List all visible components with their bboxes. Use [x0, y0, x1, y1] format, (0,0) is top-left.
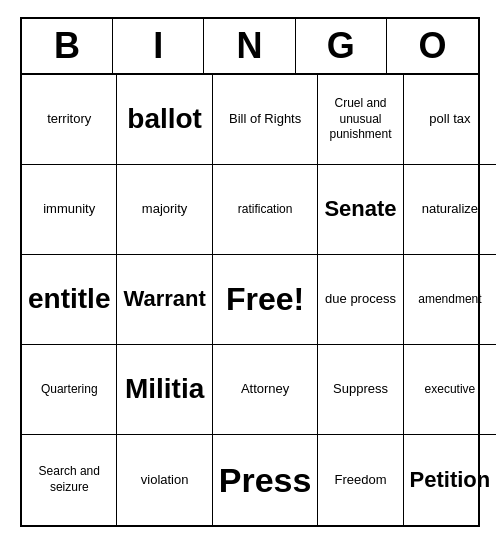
cell-r0-c1: ballot — [117, 75, 212, 165]
cell-r0-c4: poll tax — [404, 75, 497, 165]
cell-r3-c3: Suppress — [318, 345, 403, 435]
cell-r0-c2: Bill of Rights — [213, 75, 319, 165]
bingo-header: B I N G O — [22, 19, 478, 75]
header-b: B — [22, 19, 113, 73]
cell-r1-c4: naturalize — [404, 165, 497, 255]
cell-r1-c1: majority — [117, 165, 212, 255]
cell-r4-c2: Press — [213, 435, 319, 525]
header-g: G — [296, 19, 387, 73]
cell-r2-c0: entitle — [22, 255, 117, 345]
cell-r3-c0: Quartering — [22, 345, 117, 435]
header-i: I — [113, 19, 204, 73]
cell-r1-c3: Senate — [318, 165, 403, 255]
cell-r4-c1: violation — [117, 435, 212, 525]
cell-r3-c4: executive — [404, 345, 497, 435]
cell-r4-c3: Freedom — [318, 435, 403, 525]
cell-r0-c3: Cruel and unusual punishment — [318, 75, 403, 165]
header-o: O — [387, 19, 478, 73]
cell-r2-c4: amendment — [404, 255, 497, 345]
cell-r0-c0: territory — [22, 75, 117, 165]
cell-r4-c4: Petition — [404, 435, 497, 525]
header-n: N — [204, 19, 295, 73]
bingo-grid: territoryballotBill of RightsCruel and u… — [22, 75, 478, 525]
bingo-card: B I N G O territoryballotBill of RightsC… — [20, 17, 480, 527]
cell-r3-c2: Attorney — [213, 345, 319, 435]
cell-r1-c0: immunity — [22, 165, 117, 255]
cell-r2-c3: due process — [318, 255, 403, 345]
cell-r1-c2: ratification — [213, 165, 319, 255]
cell-r2-c2: Free! — [213, 255, 319, 345]
cell-r2-c1: Warrant — [117, 255, 212, 345]
cell-r3-c1: Militia — [117, 345, 212, 435]
cell-r4-c0: Search and seizure — [22, 435, 117, 525]
